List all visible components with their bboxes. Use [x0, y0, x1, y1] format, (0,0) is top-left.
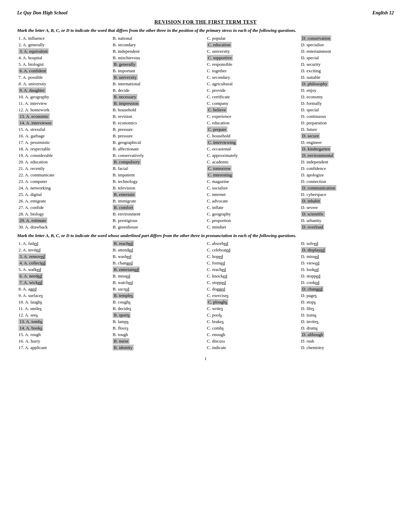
table-row: B. impatient	[111, 172, 206, 178]
table-row: 3. A. equivalent	[17, 48, 111, 54]
page-header: Le Quy Don High School English 12	[17, 10, 394, 16]
table-row: D. viewed	[300, 260, 394, 266]
table-row: D. pages	[300, 293, 394, 299]
table-row: D. environmental	[300, 152, 394, 159]
table-row: 12. A. sees	[17, 312, 111, 318]
table-row: D. cooked	[300, 280, 394, 286]
table-row: D. enjoy	[300, 87, 394, 94]
table-row: D. formally	[300, 100, 394, 107]
table-row: 1. A. failed	[17, 240, 111, 247]
table-row: 21. A. recently	[17, 165, 111, 172]
table-row: C. experience	[206, 113, 300, 120]
table-row: 1. A. influence	[17, 35, 111, 41]
pronunciation-questions-grid: 1. A. failedB. reachedC. absorbedD. solv…	[17, 240, 394, 351]
table-row: C. university	[206, 48, 300, 54]
table-row: B. important	[111, 68, 206, 74]
table-row: C. supportive	[206, 55, 300, 61]
table-row: 5. A. biologist	[17, 61, 111, 67]
table-row: B. affectionate	[111, 146, 206, 152]
table-row: C. inflate	[206, 205, 300, 211]
table-row: B. generally	[111, 61, 206, 67]
table-row: C. responsible	[206, 61, 300, 67]
table-row: C. education	[206, 42, 300, 48]
table-row: D. exciting	[300, 68, 394, 74]
table-row: C. company	[206, 100, 300, 107]
table-row: B. compulsory	[111, 159, 206, 165]
table-row: 23. A. computer	[17, 178, 111, 185]
table-row: B. pressure	[111, 133, 206, 139]
table-row: 28. A. biology	[17, 211, 111, 217]
table-row: B. coughs	[111, 299, 206, 305]
table-row: 25. A. digital	[17, 191, 111, 198]
table-row: B. reached	[111, 240, 206, 247]
table-row: 17. A. pessimistic	[17, 139, 111, 146]
table-row: 6. A. confident	[17, 68, 111, 74]
table-row: B. necessary	[111, 94, 206, 100]
table-row: 9. A. daughter	[17, 87, 111, 94]
table-row: B. international	[111, 81, 206, 87]
table-row: 12. A. homework	[17, 107, 111, 113]
page-footer: 1	[17, 356, 394, 361]
table-row: 22. A. communicate	[17, 172, 111, 178]
table-row: B. sports	[111, 312, 206, 318]
table-row: D. entertainment	[300, 48, 394, 54]
table-row: C. absorbed	[206, 240, 300, 247]
table-row: C. education	[206, 120, 300, 126]
table-row: 30. A. drawback	[17, 224, 111, 230]
table-row: C. magazine	[206, 178, 300, 185]
table-row: B. national	[111, 35, 206, 41]
table-row: 4. A. hospital	[17, 55, 111, 61]
table-row: B. watched	[111, 280, 206, 286]
table-row: D. preparation	[300, 120, 394, 126]
table-row: 2. A. invited	[17, 247, 111, 253]
table-row: B. impression	[111, 100, 206, 107]
title-section: REVISION FOR THE FIRST TERM TEST	[17, 19, 394, 25]
table-row: C. believe	[206, 107, 300, 113]
table-row: B. household	[111, 107, 206, 113]
table-row: D. rush	[300, 338, 394, 344]
table-row: C. together	[206, 68, 300, 74]
table-row: 13. A. tombs	[17, 319, 111, 325]
table-row: C. combs	[206, 325, 300, 331]
table-row: D. inhabit	[300, 198, 394, 204]
table-row: B. geographical	[111, 139, 206, 146]
table-row: D. stops	[300, 299, 394, 305]
table-row: C. socialize	[206, 185, 300, 191]
table-row: D. displayed	[300, 247, 394, 253]
table-row: D. files	[300, 306, 394, 312]
table-row: D. invites	[300, 319, 394, 325]
table-row: B. conservatively	[111, 152, 206, 159]
table-row: 13. A. economic	[17, 113, 111, 120]
table-row: D. urbanity	[300, 218, 394, 224]
table-row: B. independent	[111, 48, 206, 54]
table-row: B. washed	[111, 253, 206, 260]
table-row: C. popular	[206, 35, 300, 41]
table-row: B. television	[111, 185, 206, 191]
table-row: B. identity	[111, 345, 206, 351]
main-title: REVISION FOR THE FIRST TERM TEST	[17, 19, 394, 25]
table-row: D. trains	[300, 312, 394, 318]
table-row: B. missed	[111, 273, 206, 279]
table-row: B. greenhouse	[111, 224, 206, 230]
table-row: 29. A. estimate	[17, 218, 111, 224]
table-row: D. continuous	[300, 113, 394, 120]
table-row: 19. A. considerable	[17, 152, 111, 159]
table-row: C. exercises	[206, 293, 300, 299]
table-row: C. proportion	[206, 218, 300, 224]
table-row: 11. A. smiles	[17, 306, 111, 312]
table-row: C. occasional	[206, 146, 300, 152]
table-row: B. prestigious	[111, 218, 206, 224]
table-row: C. writes	[206, 306, 300, 312]
table-row: 7. A. possible	[17, 74, 111, 81]
table-row: D. independent	[300, 159, 394, 165]
table-row: D. severe	[300, 205, 394, 211]
table-row: D. kindergarten	[300, 146, 394, 152]
table-row: D. conservation	[300, 35, 394, 41]
table-row: D. cyberspace	[300, 191, 394, 198]
table-row: D. engineer	[300, 139, 394, 146]
table-row: D. philosophy	[300, 81, 394, 87]
table-row: 24. A. networking	[17, 185, 111, 191]
table-row: 9. A. surfaces	[17, 293, 111, 299]
table-row: D. drums	[300, 325, 394, 331]
table-row: D. economy	[300, 94, 394, 100]
